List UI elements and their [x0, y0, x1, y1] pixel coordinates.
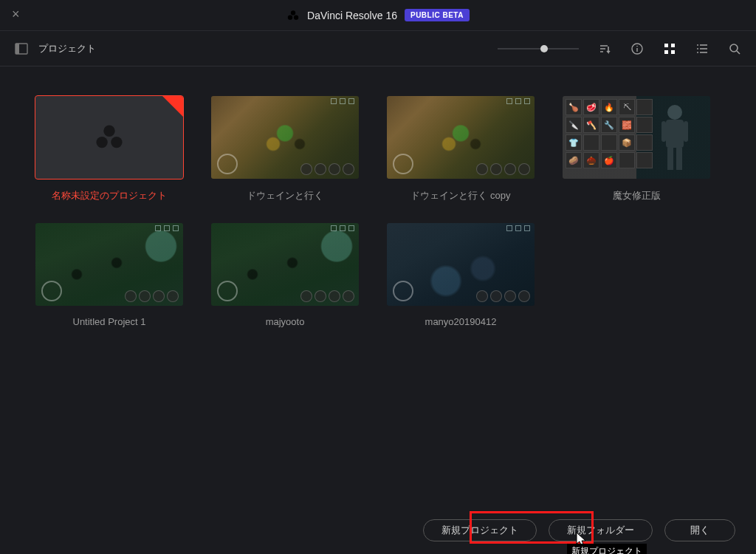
close-icon[interactable]: × [12, 9, 22, 19]
project-label: ドウェインと行く [247, 189, 323, 202]
project-card[interactable]: majyooto [211, 223, 359, 327]
hud-top [506, 98, 530, 104]
svg-point-13 [697, 52, 698, 53]
hud-top [331, 98, 354, 104]
tooltip: 新規プロジェクト [567, 544, 647, 554]
hud-joystick-icon [393, 154, 413, 174]
project-card[interactable]: manyo20190412 [387, 223, 535, 327]
svg-point-6 [636, 45, 638, 47]
svg-rect-21 [676, 148, 682, 170]
svg-point-2 [294, 15, 298, 19]
project-label: 魔女修正版 [613, 189, 661, 202]
hud-actions [300, 163, 354, 175]
toolbar: プロジェクト [0, 31, 756, 66]
svg-rect-10 [671, 50, 675, 54]
svg-point-11 [697, 44, 698, 46]
app-logo-icon [286, 9, 300, 22]
character-icon [656, 102, 694, 173]
titlebar: × DaVinci Resolve 16 PUBLIC BETA [0, 0, 756, 31]
selected-corner-icon [162, 96, 183, 117]
project-thumbnail[interactable] [387, 96, 535, 179]
project-browser: 名称未設定のプロジェクトドウェインと行くドウェインと行く copy🍗🥩🔥⛏🔪🪓🔧… [0, 66, 756, 327]
svg-rect-22 [662, 121, 666, 142]
project-card[interactable]: ドウェインと行く [211, 96, 359, 202]
svg-point-15 [103, 126, 114, 137]
resolve-logo-icon [93, 121, 126, 154]
hud-joystick-icon [41, 281, 62, 301]
svg-point-0 [291, 10, 295, 15]
new-folder-button[interactable]: 新規フォルダー [549, 519, 653, 541]
project-thumbnail[interactable]: 🍗🥩🔥⛏🔪🪓🔧🧱👕📦🥔🌰🍎 [563, 96, 710, 179]
hud-actions [476, 163, 530, 175]
project-thumbnail[interactable] [211, 96, 359, 179]
hud-top [155, 225, 179, 231]
svg-point-16 [96, 137, 107, 148]
thumbnail-size-slider[interactable] [498, 44, 579, 54]
project-thumbnail[interactable] [35, 223, 183, 306]
svg-point-18 [667, 105, 682, 120]
hud-joystick-icon [393, 281, 413, 301]
hud-joystick-icon [217, 154, 238, 174]
svg-rect-19 [666, 120, 684, 148]
project-label: Untitled Project 1 [73, 316, 146, 327]
svg-point-12 [697, 48, 698, 49]
project-card[interactable]: 名称未設定のプロジェクト [35, 96, 183, 202]
new-project-button[interactable]: 新規プロジェクト [423, 519, 537, 541]
project-label: manyo20190412 [425, 316, 497, 327]
project-label: ドウェインと行く copy [410, 189, 510, 202]
svg-rect-9 [664, 50, 668, 54]
inventory-grid: 🍗🥩🔥⛏🔪🪓🔧🧱👕📦🥔🌰🍎 [566, 99, 654, 168]
info-icon[interactable] [630, 42, 644, 55]
project-label: majyooto [266, 316, 305, 327]
project-thumbnail[interactable] [387, 223, 535, 306]
svg-rect-7 [664, 44, 668, 47]
sidebar-toggle-icon[interactable] [15, 42, 28, 55]
svg-rect-23 [684, 121, 688, 142]
svg-point-14 [730, 44, 738, 52]
svg-rect-4 [16, 44, 19, 54]
hud-joystick-icon [217, 281, 238, 301]
grid-view-icon[interactable] [663, 42, 676, 55]
project-card[interactable]: Untitled Project 1 [35, 223, 183, 327]
project-card[interactable]: ドウェインと行く copy [387, 96, 535, 202]
search-icon[interactable] [728, 42, 741, 55]
project-card[interactable]: 🍗🥩🔥⛏🔪🪓🔧🧱👕📦🥔🌰🍎魔女修正版 [563, 96, 710, 202]
hud-top [506, 225, 530, 231]
list-view-icon[interactable] [695, 42, 709, 55]
sort-icon[interactable] [598, 42, 611, 55]
svg-point-17 [111, 137, 122, 148]
svg-rect-20 [667, 148, 673, 170]
open-button[interactable]: 開く [664, 519, 735, 541]
project-label: 名称未設定のプロジェクト [52, 189, 167, 202]
svg-point-1 [288, 15, 292, 19]
hud-actions [125, 290, 179, 302]
hud-actions [476, 290, 530, 302]
hud-actions [300, 290, 354, 302]
section-label: プロジェクト [38, 42, 96, 55]
beta-badge: PUBLIC BETA [405, 9, 470, 21]
project-thumbnail[interactable] [211, 223, 359, 306]
project-thumbnail[interactable] [35, 96, 183, 179]
app-title: DaVinci Resolve 16 [307, 10, 397, 21]
svg-rect-8 [671, 44, 675, 47]
hud-top [331, 225, 354, 231]
